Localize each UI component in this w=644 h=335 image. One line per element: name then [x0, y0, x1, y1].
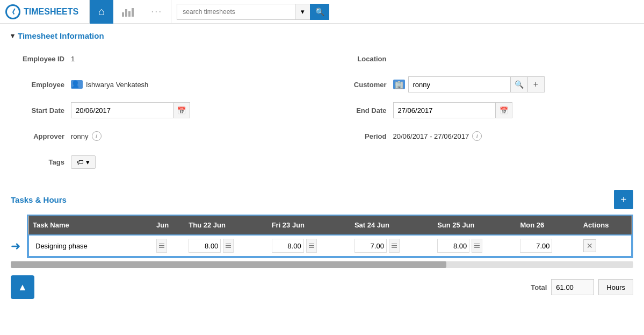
form-left-col: Employee ID 1 Employee 👤 Ishwarya Venkat… — [11, 50, 312, 179]
tasks-header: Tasks & Hours + — [11, 190, 633, 209]
customer-add-button[interactable]: + — [527, 76, 545, 92]
sun-25-cell — [433, 235, 516, 256]
app-header: TIMESHEETS ⌂ ··· ▾ 🔍 — [0, 0, 644, 24]
form-right-col: Location Customer 🏢 🔍 + End Date — [333, 50, 634, 179]
clock-icon — [5, 4, 20, 19]
location-label: Location — [333, 55, 387, 63]
hours-label: Hours — [606, 283, 625, 291]
fri-23-input[interactable] — [272, 239, 304, 253]
building-icon: 🏢 — [393, 80, 405, 89]
end-date-label: End Date — [333, 106, 387, 115]
end-date-calendar-button[interactable]: 📅 — [495, 102, 512, 118]
tasks-table-header: Task Name Jun Thu 22 Jun Fri 23 Jun Sat … — [28, 216, 632, 235]
thu-22-menu-btn[interactable] — [223, 239, 234, 253]
scroll-up-button[interactable]: ▲ — [11, 275, 34, 299]
search-icon: 🔍 — [315, 8, 324, 16]
employee-id-label: Employee ID — [11, 55, 64, 63]
close-icon: ✕ — [587, 241, 593, 250]
delete-row-button[interactable]: ✕ — [583, 239, 596, 252]
more-nav-button[interactable]: ··· — [142, 0, 171, 24]
jun-cell — [152, 235, 184, 256]
sat-24-menu-btn[interactable] — [389, 239, 400, 253]
start-date-calendar-button[interactable]: 📅 — [173, 102, 190, 118]
customer-input[interactable] — [408, 76, 510, 92]
search-dropdown-button[interactable]: ▾ — [295, 4, 310, 20]
end-calendar-icon: 📅 — [500, 106, 508, 115]
task-name-input[interactable] — [33, 241, 148, 251]
thu-22-input[interactable] — [189, 239, 221, 253]
total-value-input[interactable] — [551, 279, 594, 295]
tags-label: Tags — [11, 158, 64, 166]
period-value: 20/06/2017 - 27/06/2017 — [393, 132, 469, 140]
search-input[interactable] — [177, 4, 295, 20]
app-logo: TIMESHEETS — [5, 4, 78, 19]
customer-search-icon: 🔍 — [515, 80, 524, 89]
col-thu-22: Thu 22 Jun — [184, 216, 267, 235]
hours-button[interactable]: Hours — [598, 279, 633, 295]
horizontal-scrollbar[interactable] — [11, 261, 633, 268]
collapse-chevron[interactable]: ▾ — [11, 32, 15, 40]
tasks-table-wrapper: ➜ Task Name Jun Thu 22 Jun Fri 23 Jun Sa… — [11, 215, 633, 258]
end-date-input-group: 📅 — [393, 102, 512, 118]
mon-26-input[interactable] — [520, 239, 552, 253]
approver-value: ronny — [71, 132, 89, 140]
total-section: Total Hours — [531, 279, 633, 295]
search-go-button[interactable]: 🔍 — [310, 4, 329, 20]
approver-info-icon[interactable]: i — [92, 131, 102, 141]
col-actions: Actions — [579, 216, 632, 235]
col-sat-24: Sat 24 Jun — [350, 216, 433, 235]
col-mon-26: Mon 26 — [516, 216, 578, 235]
location-row: Location — [333, 50, 634, 67]
app-title: TIMESHEETS — [24, 7, 78, 17]
start-date-label: Start Date — [11, 106, 64, 115]
tag-icon: 🏷 — [77, 158, 84, 166]
employee-id-value: 1 — [71, 55, 75, 63]
sat-24-input[interactable] — [354, 239, 387, 253]
home-icon: ⌂ — [98, 5, 105, 18]
period-info-icon[interactable]: i — [472, 131, 482, 141]
add-task-button[interactable]: + — [614, 190, 633, 209]
table-row: ✕ — [28, 235, 632, 256]
approver-row: Approver ronny i — [11, 127, 312, 145]
thu-22-cell — [184, 235, 267, 256]
scroll-thumb — [11, 261, 446, 268]
end-date-input[interactable] — [393, 102, 495, 118]
tasks-section: Tasks & Hours + ➜ Task Name Jun Thu — [11, 190, 633, 302]
home-nav-button[interactable]: ⌂ — [90, 0, 113, 24]
header-nav: ⌂ ··· — [89, 0, 171, 24]
actions-cell: ✕ — [579, 235, 632, 256]
menu-icon-btn[interactable] — [156, 239, 167, 253]
employee-value: Ishwarya Venkatesh — [86, 81, 148, 89]
col-task-name: Task Name — [28, 216, 152, 235]
charts-nav-button[interactable] — [113, 0, 142, 24]
total-label: Total — [531, 283, 547, 291]
sat-24-cell — [350, 235, 433, 256]
employee-id-row: Employee ID 1 — [11, 50, 312, 67]
calendar-icon: 📅 — [177, 106, 186, 115]
start-date-input-group: 📅 — [71, 102, 190, 118]
customer-row: Customer 🏢 🔍 + — [333, 76, 634, 93]
tags-row: Tags 🏷 ▾ — [11, 153, 312, 170]
task-name-cell — [28, 235, 152, 256]
customer-add-icon: + — [533, 80, 538, 89]
mon-26-cell — [516, 235, 578, 256]
add-icon: + — [620, 194, 627, 206]
employee-icon: 👤 — [71, 80, 83, 89]
sun-25-input[interactable] — [437, 239, 469, 253]
tags-dropdown-arrow: ▾ — [86, 158, 90, 166]
fri-23-menu-btn[interactable] — [306, 239, 317, 253]
start-date-input[interactable] — [71, 102, 173, 118]
fri-23-cell — [267, 235, 350, 256]
form-section: Employee ID 1 Employee 👤 Ishwarya Venkat… — [11, 50, 633, 179]
period-label: Period — [333, 132, 387, 140]
dots-icon: ··· — [151, 6, 162, 17]
tags-button[interactable]: 🏷 ▾ — [71, 155, 96, 169]
customer-search-button[interactable]: 🔍 — [510, 76, 527, 92]
sun-25-menu-btn[interactable] — [472, 239, 482, 253]
col-jun: Jun — [152, 216, 184, 235]
customer-input-group: 🔍 + — [408, 76, 545, 92]
row-arrow-indicator: ➜ — [11, 239, 20, 253]
timesheet-info-section-header: ▾ Timesheet Information — [11, 31, 633, 40]
search-bar: ▾ 🔍 — [177, 4, 639, 20]
bar-chart-icon — [122, 7, 134, 17]
